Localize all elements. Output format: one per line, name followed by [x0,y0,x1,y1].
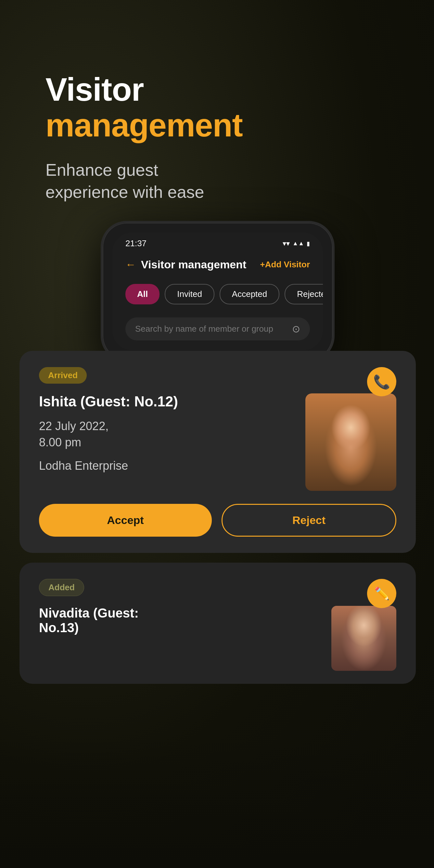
second-guest-name: Nivadita (Guest:No.13) [39,606,139,635]
header-left: ← Visitor management [125,258,246,271]
cards-area: Arrived 📞 Ishita (Guest: No.12) 22 July … [10,351,426,684]
battery-icon: ▮ [307,240,310,247]
search-bar: Search by name of member or group ⊙ [113,311,323,350]
page-title: Visitor management [141,258,246,271]
tab-invited[interactable]: Invited [165,284,214,304]
phone-mockup: 21:37 ▾▾ ▲▲ ▮ ← Visitor management +Add … [55,221,380,362]
guest-name: Ishita (Guest: No.12) [39,393,305,410]
hero-subtitle: Enhance guest experience with ease [45,159,434,203]
status-bar: 21:37 ▾▾ ▲▲ ▮ [113,232,323,252]
call-button[interactable]: 📞 [367,367,396,396]
card-info: Ishita (Guest: No.12) 22 July 2022, 8.00… [39,393,305,473]
second-guest-photo-image [331,606,396,671]
back-arrow-icon[interactable]: ← [125,258,136,271]
search-icon: ⊙ [292,323,300,335]
signal-icon: ▲▲ [292,240,304,247]
card-content: Ishita (Guest: No.12) 22 July 2022, 8.00… [39,393,396,491]
edit-button[interactable]: ✏️ [367,579,396,608]
tab-rejected[interactable]: Rejected [285,284,323,304]
filter-tabs: All Invited Accepted Rejected [113,277,323,311]
arrived-badge: Arrived [39,367,87,384]
phone-screen: 21:37 ▾▾ ▲▲ ▮ ← Visitor management +Add … [113,232,323,350]
app-header: ← Visitor management +Add Visitor [113,252,323,277]
phone-icon: 📞 [373,374,390,390]
visitor-card-second: Added ✏️ Nivadita (Guest:No.13) [20,563,416,684]
guest-photo-image [305,393,396,491]
phone-frame: 21:37 ▾▾ ▲▲ ▮ ← Visitor management +Add … [101,221,335,362]
status-icons: ▾▾ ▲▲ ▮ [283,240,310,248]
visitor-card-main: Arrived 📞 Ishita (Guest: No.12) 22 July … [20,351,416,553]
second-card-content: Nivadita (Guest:No.13) [39,606,396,671]
reject-button[interactable]: Reject [221,504,396,537]
edit-icon: ✏️ [374,586,390,601]
wifi-icon: ▾▾ [283,240,290,248]
hero-section: Visitor management Enhance guest experie… [0,0,434,203]
status-time: 21:37 [125,239,147,249]
search-input-container[interactable]: Search by name of member or group ⊙ [125,317,310,340]
search-placeholder: Search by name of member or group [135,324,273,334]
hero-title-white: Visitor [45,71,434,107]
guest-time: 8.00 pm [39,436,305,449]
second-guest-photo [331,606,396,671]
guest-location: Lodha Enterprise [39,459,305,473]
action-buttons: Accept Reject [39,504,396,537]
tab-all[interactable]: All [125,284,159,304]
guest-date: 22 July 2022, [39,420,305,433]
accept-button[interactable]: Accept [39,504,212,537]
tab-accepted[interactable]: Accepted [220,284,279,304]
added-badge: Added [39,579,84,596]
hero-title-yellow: management [45,107,434,143]
bottom-gradient [0,738,434,868]
guest-photo [305,393,396,491]
add-visitor-button[interactable]: +Add Visitor [260,259,310,270]
